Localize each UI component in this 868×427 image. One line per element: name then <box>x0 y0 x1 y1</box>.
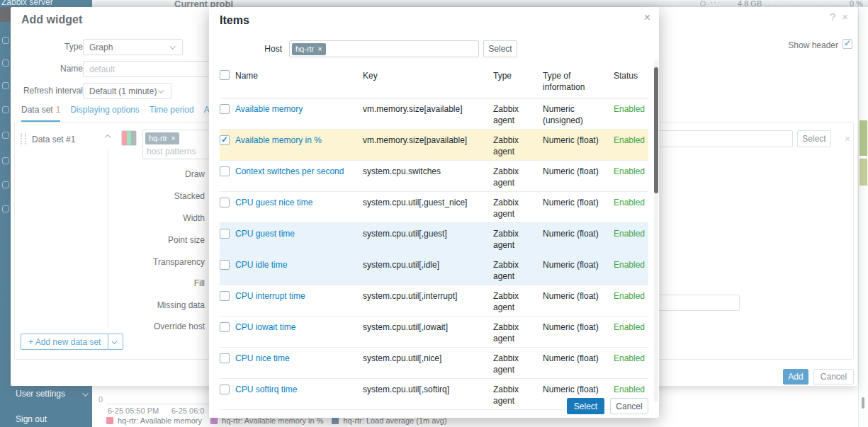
item-name-link[interactable]: CPU idle time <box>235 259 287 271</box>
tab-displaying-options[interactable]: Displaying options <box>70 105 139 122</box>
row-checkbox[interactable] <box>220 198 230 207</box>
chevron-down-icon <box>83 390 89 396</box>
scrollbar-thumb[interactable] <box>862 397 864 409</box>
item-info-cell: Numeric (float) <box>543 166 614 177</box>
name-label: Name <box>16 64 83 74</box>
map-thumbnail <box>859 120 867 156</box>
field-label-draw: Draw <box>19 169 205 179</box>
scrollbar-thumb[interactable] <box>654 67 658 193</box>
row-checkbox[interactable] <box>220 166 230 176</box>
row-checkbox[interactable] <box>220 135 230 145</box>
refresh-interval-label: Refresh interval <box>16 86 83 96</box>
row-checkbox[interactable] <box>220 385 230 394</box>
legend-swatch <box>332 417 339 424</box>
type-select[interactable]: Graph <box>83 39 183 55</box>
collapse-icon[interactable] <box>105 135 111 140</box>
item-name-link[interactable]: CPU guest time <box>235 228 295 239</box>
add-widget-title: Add widget <box>21 13 82 26</box>
host-tag: hq-rtr × <box>292 43 326 55</box>
tab-data-set[interactable]: Data set1 <box>21 105 60 122</box>
item-name-link[interactable]: CPU guest nice time <box>235 197 312 208</box>
help-icon[interactable]: ? <box>830 11 835 23</box>
add-new-data-set-label[interactable]: + Add new data set <box>21 334 108 350</box>
item-name-link[interactable]: Available memory in % <box>235 135 322 146</box>
sidebar-item-sign-out[interactable]: Sign out <box>16 414 47 424</box>
item-key-cell: system.cpu.util[,guest] <box>363 228 493 239</box>
tab-badge: 1 <box>56 105 61 115</box>
row-checkbox[interactable] <box>220 229 230 239</box>
row-checkbox[interactable] <box>220 291 230 301</box>
tab-time-period[interactable]: Time period <box>150 105 194 122</box>
sidebar-icon-hint <box>2 205 9 212</box>
tag-remove-icon[interactable]: × <box>171 134 175 143</box>
row-checkbox[interactable] <box>220 104 230 114</box>
add-widget-tabs: Data set1Displaying optionsTime periodAx… <box>21 105 232 122</box>
row-checkbox[interactable] <box>220 260 230 270</box>
item-select-button[interactable]: Select <box>797 130 831 147</box>
item-name-link[interactable]: CPU interrupt time <box>235 290 305 302</box>
swatch-stripe <box>131 131 136 145</box>
type-label: Type <box>16 42 83 52</box>
items-table-body: Available memoryvm.memory.size[available… <box>220 98 648 410</box>
select-all-checkbox[interactable] <box>220 70 230 80</box>
item-info-cell: Numeric (float) <box>543 290 614 302</box>
legend-swatch <box>106 417 113 424</box>
item-name-cell: Context switches per second <box>235 166 363 177</box>
graph-y-tick: 0 <box>98 395 103 404</box>
color-palette-swatch[interactable] <box>121 130 137 146</box>
item-info-cell: Numeric (float) <box>543 197 614 208</box>
item-key-cell: system.cpu.switches <box>363 166 493 177</box>
item-key-cell: vm.memory.size[available] <box>363 103 493 115</box>
refresh-interval-select[interactable]: Default (1 minute) <box>83 83 171 99</box>
drag-handle-icon[interactable] <box>21 133 26 144</box>
field-label-missing-data: Missing data <box>19 300 205 310</box>
item-name-link[interactable]: CPU softirq time <box>235 384 297 395</box>
item-key-cell: vm.memory.size[pavailable] <box>363 135 493 146</box>
item-name-link[interactable]: Available memory <box>235 103 303 115</box>
item-status-cell: Enabled <box>614 321 650 333</box>
item-info-cell: Numeric (unsigned) <box>543 103 614 126</box>
item-name-cell: CPU interrupt time <box>235 290 363 302</box>
add-new-data-set-button[interactable]: + Add new data set <box>21 334 123 350</box>
item-info-cell: Numeric (float) <box>543 353 614 364</box>
row-checkbox[interactable] <box>220 322 230 332</box>
item-type-cell: Zabbix agent <box>493 197 543 220</box>
sidebar-icon-hint <box>2 132 9 139</box>
item-name-cell: CPU idle time <box>235 259 363 271</box>
cancel-button[interactable]: Cancel <box>813 369 854 385</box>
host-tag: hq-rtr × <box>145 132 179 144</box>
column-header-key[interactable]: Key <box>363 70 493 81</box>
item-type-cell: Zabbix agent <box>493 290 543 313</box>
table-row: Context switches per secondsystem.cpu.sw… <box>220 161 648 192</box>
divider-dotted <box>764 5 847 6</box>
item-name-cell: CPU guest nice time <box>235 197 363 208</box>
close-icon[interactable]: × <box>842 11 848 23</box>
select-button[interactable]: Select <box>567 398 604 414</box>
more-options-icon[interactable]: ··· <box>710 0 721 7</box>
item-name-link[interactable]: Context switches per second <box>235 166 344 177</box>
add-button[interactable]: Add <box>783 369 808 385</box>
refresh-interval-value: Default (1 minute) <box>89 86 157 96</box>
host-select-button[interactable]: Select <box>483 40 517 57</box>
sidebar-item-user-settings[interactable]: User settings <box>16 389 89 399</box>
remove-icon[interactable]: × <box>845 133 850 144</box>
column-header-status: Status <box>614 70 648 81</box>
close-icon[interactable]: × <box>644 11 650 24</box>
cancel-button[interactable]: Cancel <box>610 398 648 414</box>
table-row: CPU nice timesystem.cpu.util[,nice]Zabbi… <box>220 348 648 379</box>
item-name-link[interactable]: CPU iowait time <box>235 321 295 333</box>
host-input[interactable]: hq-rtr × <box>289 40 479 57</box>
gear-icon[interactable] <box>700 1 706 6</box>
item-status-cell: Enabled <box>614 135 650 146</box>
item-key-cell: system.cpu.util[,iowait] <box>363 321 493 333</box>
item-key-cell: system.cpu.util[,guest_nice] <box>363 197 493 208</box>
field-label-transparency: Transparency <box>19 257 205 267</box>
item-name-link[interactable]: CPU nice time <box>235 353 290 364</box>
item-name-cell: Available memory in % <box>235 135 363 146</box>
item-name-cell: CPU guest time <box>235 228 363 239</box>
show-header-checkbox[interactable] <box>842 39 852 49</box>
row-checkbox[interactable] <box>220 353 230 363</box>
tag-remove-icon[interactable]: × <box>317 45 322 54</box>
column-header-name[interactable]: Name <box>235 70 363 81</box>
add-new-data-set-menu[interactable] <box>108 334 123 350</box>
